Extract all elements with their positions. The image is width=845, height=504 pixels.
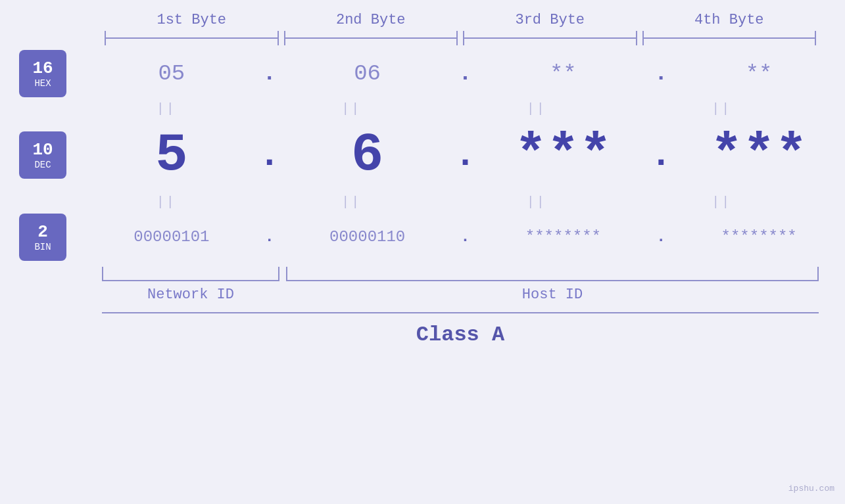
bin-dot2: . [454, 228, 477, 246]
dec-badge-text: DEC [34, 160, 51, 170]
bin-label-box: 2 BIN [0, 214, 85, 261]
hex-byte4-cell: ** [673, 61, 845, 86]
header-byte4: 4th Byte [640, 12, 819, 28]
dec-dot1: . [258, 135, 281, 176]
dec-byte1-val: 5 [155, 125, 187, 186]
bin-dot1: . [258, 228, 281, 246]
hex-byte3-val: ** [550, 61, 577, 86]
bin-byte2-val: 00000110 [329, 228, 405, 246]
id-labels: Network ID Host ID [102, 286, 819, 303]
eq-row-1: || || || || [85, 98, 802, 119]
hex-dot2: . [454, 61, 477, 86]
network-id-label: Network ID [102, 286, 279, 303]
byte-headers: 1st Byte 2nd Byte 3rd Byte 4th Byte [102, 12, 819, 28]
dec-byte2-val: 6 [351, 125, 383, 186]
dec-dot3: . [649, 135, 673, 176]
bin-badge-text: BIN [34, 242, 51, 252]
dec-label-box: 10 DEC [0, 131, 85, 179]
bottom-section: Network ID Host ID Class A [102, 267, 845, 347]
bin-byte3-cell: ******** [477, 228, 650, 246]
watermark: ipshu.com [788, 484, 834, 493]
eq2-cell4: || [641, 195, 803, 210]
dec-dot2: . [454, 135, 477, 176]
dec-badge: 10 DEC [19, 131, 66, 179]
bin-byte4-val: ******** [721, 228, 797, 246]
bottom-brackets [102, 267, 819, 281]
class-line [102, 312, 819, 313]
bin-byte2-cell: 00000110 [281, 228, 454, 246]
hex-dot1: . [258, 61, 281, 86]
hex-badge-text: HEX [34, 78, 51, 89]
host-id-label: Host ID [286, 286, 819, 303]
eq-cell1: || [85, 101, 247, 116]
bin-byte3-val: ******** [525, 228, 601, 246]
hex-byte3-cell: ** [477, 61, 650, 86]
dec-byte3-cell: *** [477, 125, 650, 186]
header-byte3: 3rd Byte [460, 12, 640, 28]
bracket-byte3 [463, 31, 637, 45]
network-bracket [102, 267, 279, 281]
dec-byte4-val: *** [710, 125, 808, 186]
hex-byte2-val: 06 [354, 61, 381, 86]
eq-cell3: || [456, 101, 617, 116]
eq-row-2: || || || || [85, 191, 802, 212]
bin-byte1-cell: 00000101 [85, 228, 258, 246]
dec-byte4-cell: *** [673, 125, 845, 186]
eq2-cell1: || [85, 195, 247, 210]
class-section: Class A [102, 312, 845, 347]
eq2-cell3: || [456, 195, 617, 210]
dec-data-row: 10 DEC 5 . 6 . *** . *** [0, 119, 845, 191]
hex-badge: 16 HEX [19, 50, 66, 97]
bracket-byte1 [105, 31, 279, 45]
top-brackets [102, 31, 819, 45]
data-rows: 16 HEX 05 . 06 . ** . ** [0, 49, 845, 262]
dec-byte1-cell: 5 [85, 125, 258, 186]
hex-data-row: 16 HEX 05 . 06 . ** . ** [0, 49, 845, 98]
eq-cell2: || [271, 101, 433, 116]
hex-byte4-val: ** [746, 61, 773, 86]
host-bracket [286, 267, 819, 281]
bin-byte4-cell: ******** [673, 228, 845, 246]
dec-badge-num: 10 [32, 140, 53, 160]
header-byte1: 1st Byte [102, 12, 281, 28]
eq-cell4: || [641, 101, 803, 116]
bracket-byte4 [642, 31, 817, 45]
bin-badge: 2 BIN [19, 214, 66, 261]
hex-byte2-cell: 06 [281, 61, 454, 86]
header-byte2: 2nd Byte [281, 12, 461, 28]
page: 1st Byte 2nd Byte 3rd Byte 4th Byte 16 H… [0, 0, 845, 504]
bin-badge-num: 2 [37, 222, 48, 242]
bracket-byte2 [284, 31, 458, 45]
hex-byte1-val: 05 [158, 61, 185, 86]
hex-badge-num: 16 [32, 58, 53, 78]
bin-data-row: 2 BIN 00000101 . 00000110 . ******** . * [0, 212, 845, 262]
bin-row-values: 00000101 . 00000110 . ******** . *******… [85, 228, 845, 246]
class-name: Class A [102, 323, 819, 347]
dec-row-values: 5 . 6 . *** . *** [85, 125, 845, 186]
hex-row-values: 05 . 06 . ** . ** [85, 61, 845, 86]
hex-byte1-cell: 05 [85, 61, 258, 86]
eq2-cell2: || [271, 195, 433, 210]
bin-byte1-val: 00000101 [133, 228, 209, 246]
hex-label-box: 16 HEX [0, 50, 85, 97]
bin-dot3: . [649, 228, 673, 246]
hex-dot3: . [649, 61, 673, 86]
dec-byte2-cell: 6 [281, 125, 454, 186]
dec-byte3-val: *** [515, 125, 612, 186]
